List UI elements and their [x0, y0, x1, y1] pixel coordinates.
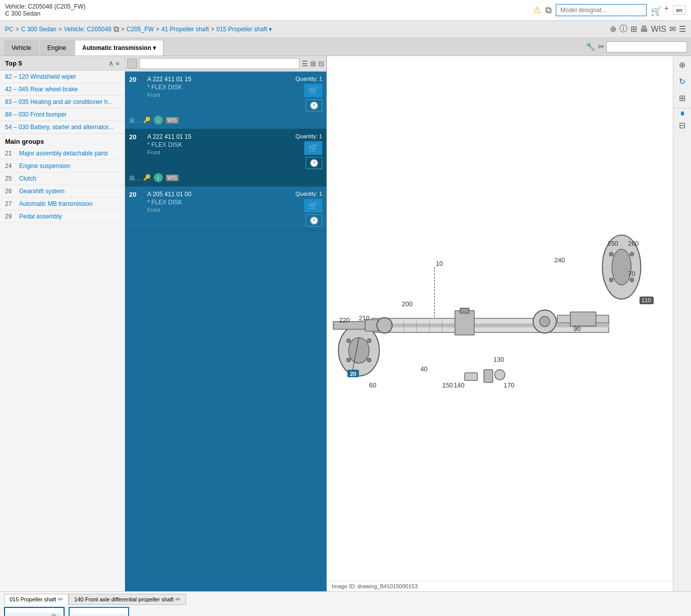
part-actions-2: Quantity: 1 🛒 🕐 [296, 133, 322, 169]
history-btn-1[interactable]: 🕐 [306, 99, 322, 111]
info-badge-1[interactable]: i [154, 116, 163, 125]
add-to-cart-btn-1[interactable]: 🛒 [304, 84, 322, 97]
edit-icon-140[interactable]: ✏ [176, 596, 181, 603]
header-vehicle-info: Vehicle: C205048 (C205_FW) C 300 Sedan [5, 3, 85, 17]
part-pos-3: 20 [129, 191, 143, 198]
breadcrumb-model[interactable]: C 300 Sedan [21, 26, 56, 33]
thumb-tab-015[interactable]: 015 Propeller shaft ✏ [4, 594, 69, 605]
info-badge-2[interactable]: i [154, 173, 163, 182]
rotate-icon[interactable]: ↻ [677, 75, 687, 88]
part-info-1: A 222 411 01 15 * FLEX DISK Front [147, 76, 292, 98]
add-to-cart-btn-2[interactable]: 🛒 [304, 141, 322, 155]
right-sidebar: ⊕ ↻ ⊞ ⊟ [673, 56, 691, 591]
vehicle-id: Vehicle: C205048 (C205_FW) [5, 3, 85, 10]
breadcrumb-propeller-shaft-group[interactable]: 41 Propeller shaft [161, 26, 209, 33]
tab-automatic-transmission[interactable]: Automatic transmission ▾ [75, 40, 163, 55]
svg-text:250: 250 [607, 240, 618, 247]
tabs-search: 🔧 ✂ [586, 41, 687, 52]
svg-point-15 [630, 278, 634, 282]
part-info-2: A 222 411 01 15 * FLEX DISK Front [147, 133, 292, 155]
thumb-tab-140[interactable]: 140 Front axle differential propeller sh… [69, 594, 186, 605]
edit-icon-015[interactable]: ✏ [58, 596, 63, 603]
breadcrumb-vehicle[interactable]: Vehicle: C205048 [64, 26, 111, 33]
model-search-input[interactable] [556, 4, 647, 16]
top5-item[interactable]: 42 – 045 Rear wheel brake [0, 83, 125, 96]
fit-icon[interactable]: ⊞ [677, 91, 687, 105]
top5-item[interactable]: 82 – 120 Windshield wiper [0, 71, 125, 83]
qty-label-1: Quantity: 1 [296, 76, 322, 82]
wis-badge-1[interactable]: WIS [166, 117, 179, 124]
breadcrumb-015-propeller-shaft[interactable]: 015 Propeller shaft ▾ [216, 26, 272, 33]
svg-text:240: 240 [554, 257, 565, 264]
tab-engine[interactable]: Engine [40, 40, 74, 55]
image-panel: 10 20 40 60 70 90 110 130 140 [327, 56, 673, 591]
top5-title: Top 5 [5, 60, 22, 67]
print-icon[interactable]: 🖶 [640, 25, 648, 34]
history-btn-2[interactable]: 🕐 [306, 157, 322, 169]
svg-text:260: 260 [628, 240, 639, 247]
parts-toolbar: ☰ ⊞ ⊟ [125, 56, 326, 72]
parts-search-input[interactable] [139, 58, 300, 69]
wis-icon[interactable]: WIS [651, 25, 666, 34]
mail-icon[interactable]: ✉ [669, 24, 676, 34]
tabs-search-input[interactable] [606, 41, 687, 52]
grid-detail-icon-1[interactable]: ⊞... [129, 117, 140, 124]
part-info-3: A 205 411 01 00 * FLEX DISK Front [147, 191, 292, 213]
copy-icon[interactable]: ⧉ [545, 5, 552, 16]
group-item-21[interactable]: 21 Major assembly detachable parts [0, 147, 125, 160]
double-collapse-icon[interactable]: « [116, 59, 120, 67]
breadcrumb-fw[interactable]: C205_FW [127, 26, 154, 33]
blue-sidebar-btn[interactable] [681, 111, 684, 116]
svg-text:220: 220 [339, 317, 350, 324]
expand-icon[interactable]: ⊟ [318, 60, 324, 68]
separator: > [16, 26, 19, 33]
menu-icon[interactable]: ☰ [679, 24, 686, 34]
language-button[interactable]: en [673, 6, 686, 15]
group-item-29[interactable]: 29 Pedal assembly [0, 210, 125, 223]
copy-vehicle-icon[interactable]: ⧉ [113, 25, 119, 34]
svg-point-8 [367, 358, 371, 362]
key-icon-1[interactable]: 🔑 [143, 117, 151, 124]
grid-view-icon[interactable]: ⊞ [310, 60, 316, 68]
grid-detail-icon-2[interactable]: ⊞... [129, 174, 140, 182]
sidebar-separator [673, 108, 691, 108]
scissors-icon[interactable]: ✂ [598, 42, 604, 51]
part-pos-1: 20 [129, 76, 143, 83]
thumbnails [4, 607, 687, 616]
diagram-area[interactable]: 10 20 40 60 70 90 110 130 140 [327, 56, 673, 581]
filter-icon[interactable]: ⊞ [630, 24, 637, 34]
part-code-2: A 222 411 01 15 [147, 133, 292, 140]
svg-rect-24 [465, 373, 477, 380]
thumbnail-1[interactable] [4, 607, 65, 616]
key-icon-2[interactable]: 🔑 [143, 174, 151, 181]
svg-text:140: 140 [454, 382, 465, 389]
history-btn-3[interactable]: 🕐 [306, 214, 322, 227]
info-icon[interactable]: ⓘ [619, 24, 627, 34]
cart-icon[interactable]: 🛒 + [651, 4, 669, 17]
main-groups-title: Main groups [0, 134, 125, 147]
list-icon[interactable]: ☰ [302, 60, 308, 68]
top5-item[interactable]: 88 – 030 Front bumper [0, 108, 125, 121]
alert-icon[interactable]: ⚠ [533, 5, 541, 16]
group-item-24[interactable]: 24 Engine suspension [0, 160, 125, 173]
parts-panel: ☰ ⊞ ⊟ 20 A 222 411 01 15 * FLEX DISK Fro… [125, 56, 327, 591]
image-id-label: Image ID: drawing_B41015000153 [327, 581, 673, 591]
add-to-cart-btn-3[interactable]: 🛒 [304, 199, 322, 212]
zoom-plus-icon[interactable]: ⊕ [677, 58, 687, 72]
group-item-27[interactable]: 27 Automatic MB transmission [0, 198, 125, 210]
expand-sidebar-icon[interactable]: ⊟ [677, 119, 687, 132]
svg-text:20: 20 [350, 371, 357, 377]
part-code-1: A 222 411 01 15 [147, 76, 292, 83]
tool-icon[interactable]: 🔧 [586, 42, 596, 51]
collapse-icon[interactable]: ∧ [108, 59, 113, 67]
breadcrumb-pc[interactable]: PC [5, 26, 14, 33]
top5-item[interactable]: 83 – 035 Heating and air conditioner h..… [0, 96, 125, 108]
part-desc-2: * FLEX DISK [147, 141, 292, 148]
thumbnail-2[interactable] [69, 607, 129, 616]
top5-item[interactable]: 54 – 030 Battery, starter and alternator… [0, 121, 125, 134]
group-item-25[interactable]: 25 Clutch [0, 173, 125, 185]
group-item-26[interactable]: 26 Gearshift system [0, 185, 125, 198]
zoom-in-icon[interactable]: ⊕ [610, 24, 616, 34]
tab-vehicle[interactable]: Vehicle [4, 40, 39, 55]
wis-badge-2[interactable]: WIS [166, 175, 179, 181]
